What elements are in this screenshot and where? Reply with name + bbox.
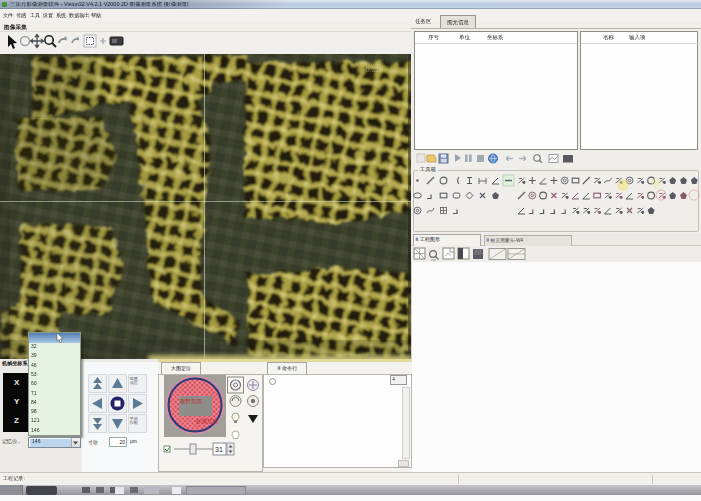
svg-text:影像范围: 影像范围 — [196, 418, 218, 425]
svg-text:31: 31 — [215, 446, 223, 453]
svg-text:视野范围: 视野范围 — [180, 398, 202, 405]
svg-text:0.35X: 0.35X — [366, 66, 384, 73]
